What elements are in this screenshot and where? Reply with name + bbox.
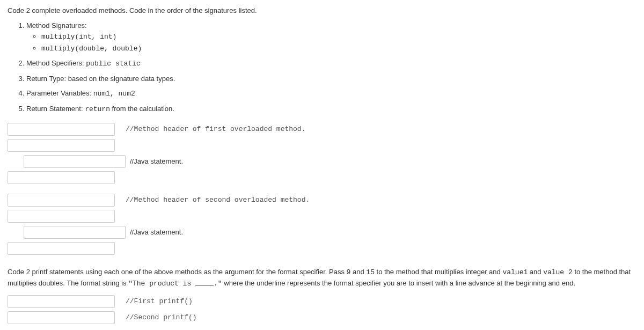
format-blank xyxy=(195,279,214,285)
signature-2: multiply(double, double) xyxy=(41,43,636,54)
row-method2-close xyxy=(8,241,636,256)
comment-method1-header: //Method header of first overloaded meth… xyxy=(126,124,305,135)
req-parameters-label: Parameter Variables: xyxy=(26,89,93,97)
comment-printf1: //First printf() xyxy=(126,296,193,307)
input-method2-header[interactable] xyxy=(8,194,115,207)
row-method2-header: //Method header of second overloaded met… xyxy=(8,193,636,208)
printf-val-15: 15 xyxy=(366,268,375,276)
req-signatures: Method Signatures: multiply(int, int) mu… xyxy=(26,20,636,54)
row-method1-header: //Method header of first overloaded meth… xyxy=(8,122,636,137)
intro-text: Code 2 complete overloaded methods. Code… xyxy=(8,5,636,16)
printf-format-open: "The product is xyxy=(128,280,195,288)
printf-format-close: ." xyxy=(214,280,222,288)
row-method2-statement: //Java statement. xyxy=(8,225,636,240)
input-printf1[interactable] xyxy=(8,295,115,308)
requirements-list: Method Signatures: multiply(int, int) mu… xyxy=(8,20,636,115)
printf-text-4: and xyxy=(528,268,543,276)
signature-1-code: multiply(int, int) xyxy=(41,33,116,41)
comment-method2-header: //Method header of second overloaded met… xyxy=(126,195,310,206)
printf-val-value1: value1 xyxy=(502,268,528,276)
comment-method1-statement: //Java statement. xyxy=(130,156,183,167)
req-return-statement-code: return xyxy=(85,105,110,113)
req-signatures-label: Method Signatures: xyxy=(26,21,87,30)
req-parameters-value: num1, num2 xyxy=(93,90,135,98)
req-return-type-rest: based on the signature data types. xyxy=(66,75,175,83)
signature-2-code: multiply(double, double) xyxy=(41,45,142,53)
req-parameters: Parameter Variables: num1, num2 xyxy=(26,88,636,99)
printf-text-2: and xyxy=(350,268,366,276)
req-return-statement: Return Statement: return from the calcul… xyxy=(26,104,636,115)
row-method1-close xyxy=(8,170,636,185)
input-method1-header[interactable] xyxy=(8,123,115,136)
req-specifiers-value: public static xyxy=(86,60,140,68)
input-method2-close[interactable] xyxy=(8,242,115,255)
row-printf1: //First printf() xyxy=(8,294,636,309)
signature-1: multiply(int, int) xyxy=(41,31,636,42)
input-method1-statement[interactable] xyxy=(24,155,126,168)
row-method2-brace xyxy=(8,209,636,224)
input-printf2[interactable] xyxy=(8,311,115,324)
printf-val-value2: value 2 xyxy=(543,268,573,276)
printf-text-6: where the underline represents the forma… xyxy=(222,279,575,287)
input-method1-brace[interactable] xyxy=(8,139,115,152)
printf-instructions: Code 2 printf statements using each one … xyxy=(8,267,636,289)
signatures-sublist: multiply(int, int) multiply(double, doub… xyxy=(26,31,636,54)
input-method2-brace[interactable] xyxy=(8,210,115,223)
input-method1-close[interactable] xyxy=(8,171,115,184)
row-printf2: //Second printf() xyxy=(8,310,636,325)
req-specifiers-label: Method Specifiers: xyxy=(26,59,86,67)
req-return-type-label: Return Type: xyxy=(26,75,66,83)
row-method1-brace xyxy=(8,138,636,153)
row-method1-statement: //Java statement. xyxy=(8,154,636,169)
comment-printf2: //Second printf() xyxy=(126,312,197,323)
comment-method2-statement: //Java statement. xyxy=(130,227,183,238)
req-return-statement-rest: from the calculation. xyxy=(110,105,174,113)
input-method2-statement[interactable] xyxy=(24,226,126,239)
req-return-statement-label: Return Statement: xyxy=(26,105,85,113)
req-return-type: Return Type: based on the signature data… xyxy=(26,74,636,84)
printf-text-1: Code 2 printf statements using each one … xyxy=(8,268,347,276)
req-specifiers: Method Specifiers: public static xyxy=(26,58,636,69)
printf-text-3: to the method that multiplies integer an… xyxy=(375,268,502,276)
